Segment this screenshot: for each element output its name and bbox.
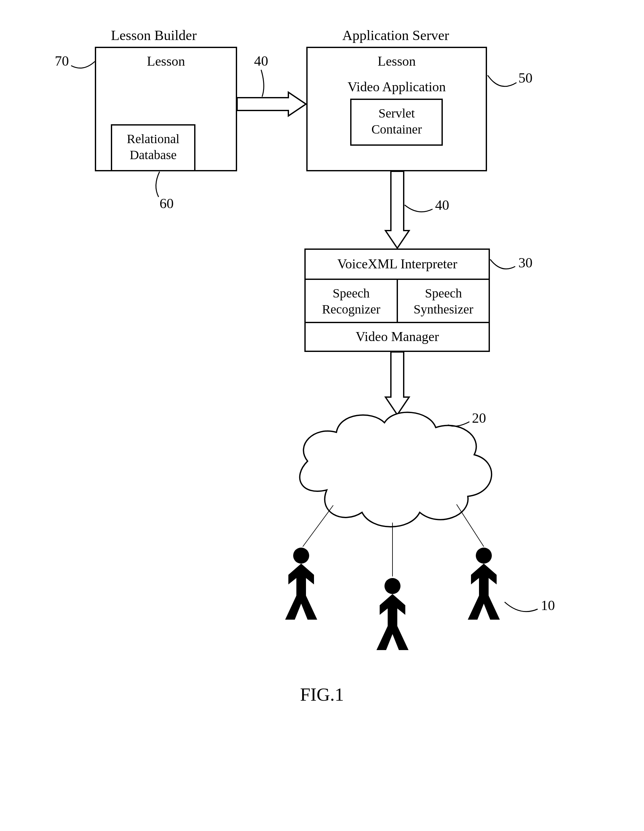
ref-50: 50 [518, 70, 532, 86]
speech-recognizer-l2: Recognizer [322, 302, 380, 317]
video-application-text: Video Application [348, 80, 446, 94]
ref-20: 20 [472, 410, 486, 426]
speech-recognizer-l1: Speech [333, 286, 370, 300]
person-icon-middle [376, 578, 408, 650]
speech-synthesizer-l2: Synthesizer [414, 302, 473, 317]
video-manager-text: Video Manager [355, 329, 439, 344]
arrow-vertical-1 [386, 171, 409, 248]
lesson-builder-header: Lesson Builder [111, 27, 197, 43]
svg-point-4 [293, 548, 309, 564]
leader-40a [261, 70, 264, 97]
leader-60 [156, 172, 159, 197]
arrow-horizontal [237, 92, 306, 116]
leader-40b [405, 205, 432, 212]
leader-10 [505, 602, 538, 611]
cloud-icon [300, 412, 492, 527]
svg-point-6 [476, 548, 492, 564]
leader-30 [490, 259, 515, 269]
person-icon-left [285, 548, 317, 620]
speech-synthesizer-l1: Speech [425, 286, 462, 300]
svg-point-5 [384, 578, 400, 594]
cloud-person3-conn [457, 505, 484, 547]
ref-40a: 40 [254, 53, 268, 69]
ref-40b: 40 [435, 197, 449, 213]
application-server-header: Application Server [342, 27, 449, 43]
ref-30: 30 [518, 255, 532, 271]
leader-70 [71, 62, 95, 68]
servlet-container-line1: Servlet [378, 106, 414, 120]
ref-70: 70 [55, 53, 69, 69]
voicexml-interpreter-text: VoiceXML Interpreter [337, 256, 457, 271]
application-server-lesson-text: Lesson [378, 54, 416, 68]
servlet-container-line2: Container [371, 122, 422, 137]
leader-50 [488, 75, 516, 86]
relational-database-line2: Database [130, 148, 177, 162]
arrow-vertical-2 [386, 352, 409, 415]
ref-60: 60 [159, 196, 174, 211]
relational-database-line1: Relational [127, 132, 179, 146]
cloud-person1-conn [303, 505, 333, 547]
lesson-builder-lesson-text: Lesson [147, 54, 185, 68]
person-icon-right [468, 548, 500, 620]
figure-label: FIG.1 [300, 684, 344, 705]
ref-10: 10 [541, 597, 555, 613]
voice-block: VoiceXML Interpreter Speech Recognizer S… [305, 249, 489, 351]
leader-20 [448, 422, 469, 426]
